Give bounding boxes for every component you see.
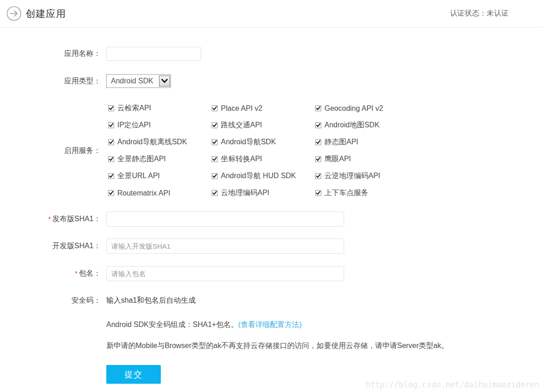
auth-status: 认证状态：未认证: [450, 9, 509, 18]
service-label: Routematrix API: [117, 189, 170, 197]
checkbox-checked-icon[interactable]: [108, 156, 114, 162]
package-name-label: *包名：: [0, 269, 106, 278]
services-grid: 云检索API Place API v2 Geocoding API v2: [106, 104, 543, 197]
app-name-label: 应用名称：: [0, 49, 106, 59]
checkbox-checked-icon[interactable]: [212, 122, 218, 128]
checkbox-checked-icon[interactable]: [108, 105, 114, 111]
service-checkbox-item[interactable]: Routematrix API: [108, 189, 212, 197]
service-label: Place API v2: [221, 104, 263, 113]
service-checkbox-item[interactable]: 全景URL API: [108, 172, 212, 180]
app-name-input[interactable]: [106, 47, 201, 61]
service-checkbox-item[interactable]: 云逆地理编码API: [315, 172, 434, 180]
checkbox-checked-icon[interactable]: [315, 173, 321, 179]
service-label: 云逆地理编码API: [324, 171, 380, 181]
checkbox-checked-icon[interactable]: [108, 122, 114, 128]
required-asterisk: *: [48, 215, 51, 223]
checkbox-checked-icon[interactable]: [315, 139, 321, 145]
checkbox-checked-icon[interactable]: [108, 139, 114, 145]
service-checkbox-item[interactable]: 上下车点服务: [315, 189, 434, 197]
config-guide-link[interactable]: (查看详细配置方法): [238, 321, 302, 328]
service-label: IP定位API: [117, 120, 151, 130]
service-checkbox-item[interactable]: Android导航离线SDK: [108, 138, 212, 146]
checkbox-checked-icon[interactable]: [212, 190, 218, 196]
service-label: Geocoding API v2: [324, 104, 383, 113]
chevron-down-icon[interactable]: [159, 76, 170, 87]
service-label: Android地图SDK: [324, 120, 379, 130]
service-label: 静态图API: [324, 137, 358, 147]
watermark-url: http://blog.csdn.net/daihuimaozideren: [366, 380, 539, 389]
service-checkbox-item[interactable]: Geocoding API v2: [315, 104, 434, 112]
security-code-label: 安全码：: [0, 296, 106, 305]
service-checkbox-item[interactable]: 静态图API: [315, 138, 434, 146]
service-label: 上下车点服务: [324, 188, 368, 198]
create-app-page: 创建应用 认证状态：未认证 应用名称： 应用类型： Android SDK: [0, 0, 543, 392]
package-name-input[interactable]: [106, 266, 344, 281]
service-checkbox-item[interactable]: Place API v2: [212, 104, 315, 112]
service-checkbox-item[interactable]: 路线交通API: [212, 121, 315, 129]
checkbox-checked-icon[interactable]: [108, 190, 114, 196]
checkbox-checked-icon[interactable]: [212, 105, 218, 111]
checkbox-checked-icon[interactable]: [315, 105, 321, 111]
note1-text: Android SDK安全码组成：SHA1+包名。: [106, 321, 238, 328]
package-name-row: *包名：: [0, 266, 543, 281]
service-label: 全景URL API: [117, 171, 160, 181]
note1-row: Android SDK安全码组成：SHA1+包名。(查看详细配置方法): [0, 320, 543, 330]
service-label: 坐标转换API: [221, 154, 262, 164]
checkbox-checked-icon[interactable]: [315, 190, 321, 196]
dev-sha1-row: 开发版SHA1：: [0, 239, 543, 254]
services-label: 启用服务：: [0, 146, 106, 156]
service-checkbox-item[interactable]: IP定位API: [108, 121, 212, 129]
service-label: Android导航离线SDK: [117, 137, 187, 147]
service-label: 云地理编码API: [221, 188, 269, 198]
note2-row: 新申请的Mobile与Browser类型的ak不再支持云存储接口的访问，如要使用…: [0, 341, 543, 351]
service-checkbox-item[interactable]: 云地理编码API: [212, 189, 315, 197]
service-checkbox-item[interactable]: Android导航 HUD SDK: [212, 172, 315, 180]
service-label: Android导航 HUD SDK: [221, 171, 296, 181]
security-code-hint: 输入sha1和包名后自动生成: [106, 296, 543, 305]
security-code-row: 安全码： 输入sha1和包名后自动生成: [0, 296, 543, 305]
service-label: 全景静态图API: [117, 154, 166, 164]
app-name-row: 应用名称：: [0, 47, 543, 61]
submit-button[interactable]: 提交: [106, 365, 161, 384]
arrow-right-circle-icon[interactable]: [6, 6, 22, 21]
dev-sha1-label: 开发版SHA1：: [0, 241, 106, 251]
service-label: 路线交通API: [221, 120, 262, 130]
checkbox-checked-icon[interactable]: [212, 139, 218, 145]
service-checkbox-item[interactable]: 全景静态图API: [108, 155, 212, 163]
app-type-label: 应用类型：: [0, 76, 106, 86]
checkbox-checked-icon[interactable]: [108, 173, 114, 179]
release-sha1-row: *发布版SHA1：: [0, 212, 543, 227]
checkbox-checked-icon[interactable]: [315, 122, 321, 128]
service-checkbox-item[interactable]: Android地图SDK: [315, 121, 434, 129]
checkbox-checked-icon[interactable]: [212, 173, 218, 179]
release-sha1-label: *发布版SHA1：: [0, 214, 106, 224]
app-type-select[interactable]: Android SDK: [106, 74, 171, 88]
checkbox-checked-icon[interactable]: [212, 156, 218, 162]
page-header: 创建应用 认证状态：未认证: [0, 0, 543, 27]
dev-sha1-input[interactable]: [106, 239, 344, 254]
service-checkbox-item[interactable]: 鹰眼API: [315, 155, 434, 163]
release-sha1-input[interactable]: [106, 212, 344, 227]
page-title: 创建应用: [26, 7, 66, 20]
service-label: 云检索API: [117, 103, 151, 113]
service-label: 鹰眼API: [324, 154, 351, 164]
service-label: Android导航SDK: [221, 137, 276, 147]
services-row: 启用服务： 云检索API Place API: [0, 104, 543, 197]
service-checkbox-item[interactable]: Android导航SDK: [212, 138, 315, 146]
note2-text: 新申请的Mobile与Browser类型的ak不再支持云存储接口的访问，如要使用…: [106, 341, 543, 351]
service-checkbox-item[interactable]: 云检索API: [108, 104, 212, 112]
required-asterisk: *: [75, 269, 77, 277]
app-type-row: 应用类型： Android SDK: [0, 74, 543, 88]
service-checkbox-item[interactable]: 坐标转换API: [212, 155, 315, 163]
app-type-selected-value: Android SDK: [111, 77, 158, 85]
checkbox-checked-icon[interactable]: [315, 156, 321, 162]
create-app-form: 应用名称： 应用类型： Android SDK 启用服务：: [0, 27, 543, 384]
